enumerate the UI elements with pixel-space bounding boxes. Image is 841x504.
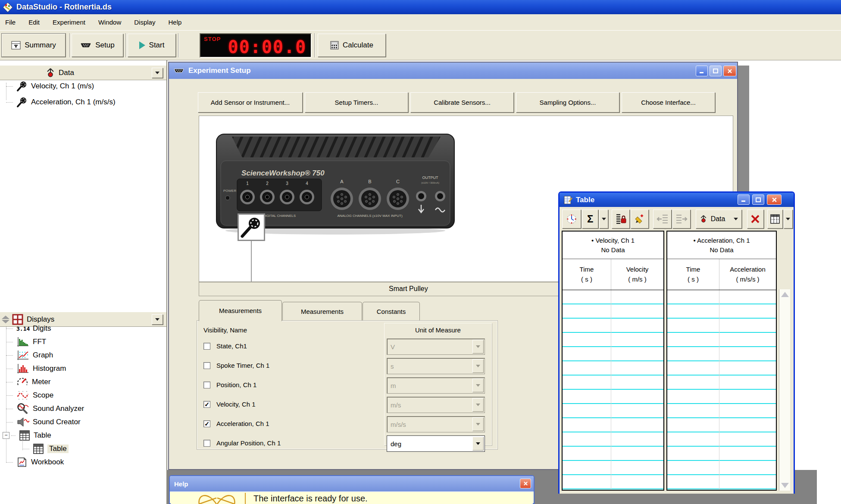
connector-icon bbox=[80, 42, 91, 48]
scroll-up-icon[interactable] bbox=[781, 292, 789, 297]
display-item-table-parent[interactable]: Table bbox=[11, 430, 51, 441]
data-item-velocity[interactable]: Velocity, Ch 1 (m/s) bbox=[6, 81, 94, 92]
display-item-table-child[interactable]: Table bbox=[22, 443, 69, 454]
position-checkbox[interactable] bbox=[203, 382, 210, 388]
display-item-workbook[interactable]: Workbook bbox=[6, 457, 64, 468]
analog-port-b: B bbox=[368, 179, 371, 184]
chevron-down-icon bbox=[155, 72, 159, 74]
edit-data-button[interactable] bbox=[631, 210, 649, 229]
display-item-label: FFT bbox=[33, 338, 46, 346]
start-button[interactable]: Start bbox=[128, 34, 176, 57]
group-header[interactable]: • Acceleration, Ch 1 No Data bbox=[667, 232, 776, 259]
sensor-run-icon bbox=[16, 97, 28, 108]
column-headers: Time( s ) Acceleration( m/s/s ) bbox=[667, 259, 776, 290]
acceleration-column-header[interactable]: Acceleration( m/s/s ) bbox=[719, 259, 776, 290]
angular-position-unit-dropdown[interactable]: deg bbox=[387, 435, 485, 452]
statistics-button[interactable]: Σ bbox=[582, 210, 598, 229]
summary-icon bbox=[11, 41, 21, 50]
table-toolbar: Σ Data bbox=[560, 207, 794, 231]
group-header[interactable]: • Velocity, Ch 1 No Data bbox=[563, 232, 663, 259]
velocity-column-header[interactable]: Velocity( m/s ) bbox=[611, 259, 663, 290]
scope-icon bbox=[16, 390, 29, 401]
lock-icon bbox=[615, 213, 626, 225]
display-item-label-selected: Table bbox=[47, 445, 69, 453]
output-label: OUTPUT bbox=[422, 175, 439, 180]
dropdown-button[interactable] bbox=[472, 437, 484, 451]
state-checkbox[interactable] bbox=[203, 343, 210, 350]
main-toolbar: Summary Setup Start STOP 00:00.0 Calcula… bbox=[0, 31, 841, 60]
display-item-scope[interactable]: Scope bbox=[6, 390, 53, 401]
display-item-sound-analyzer[interactable]: Sound Analyzer bbox=[6, 403, 84, 414]
calibrate-sensors-button[interactable]: Calibrate Sensors... bbox=[410, 92, 514, 113]
sampling-options-button[interactable]: Sampling Options... bbox=[516, 92, 619, 113]
time-format-button[interactable] bbox=[562, 210, 581, 229]
tab-constants[interactable]: Constants bbox=[363, 302, 420, 321]
maximize-button[interactable] bbox=[752, 194, 764, 205]
table-window: Table Σ Data • Velocit bbox=[558, 191, 795, 494]
lock-data-button[interactable] bbox=[612, 210, 630, 229]
add-sensor-button[interactable]: Add Sensor or Instrument... bbox=[198, 92, 303, 113]
calculate-label: Calculate bbox=[343, 41, 373, 50]
menu-help[interactable]: Help bbox=[168, 19, 181, 26]
table-titlebar[interactable]: Table bbox=[560, 193, 794, 207]
spoke-timer-checkbox[interactable] bbox=[203, 362, 210, 369]
delete-button[interactable] bbox=[747, 210, 763, 229]
choose-interface-button[interactable]: Choose Interface... bbox=[622, 92, 715, 113]
display-item-histogram[interactable]: Histogram bbox=[6, 363, 66, 374]
display-item-fft[interactable]: FFT bbox=[6, 336, 46, 347]
close-button[interactable] bbox=[723, 66, 736, 76]
display-item-sound-creator[interactable]: Sound Creator bbox=[6, 416, 81, 428]
menu-display[interactable]: Display bbox=[134, 19, 155, 26]
display-item-digits[interactable]: 3.14 Digits bbox=[6, 323, 51, 334]
scroll-down-icon[interactable] bbox=[781, 483, 789, 488]
splitter-icon[interactable] bbox=[2, 316, 9, 323]
tab-measurements-active[interactable]: Measurements bbox=[199, 300, 282, 321]
calculate-button[interactable]: Calculate bbox=[318, 34, 386, 57]
menu-edit[interactable]: Edit bbox=[28, 19, 40, 26]
display-item-label: Workbook bbox=[31, 458, 64, 466]
displays-panel-dropdown-button[interactable] bbox=[152, 314, 163, 325]
connector-icon bbox=[173, 68, 184, 74]
time-column-header[interactable]: Time( s ) bbox=[667, 259, 719, 290]
minimize-button[interactable] bbox=[738, 194, 750, 205]
velocity-checkbox[interactable]: ✓ bbox=[203, 401, 210, 408]
chevron-down-icon bbox=[476, 345, 480, 348]
time-column-header[interactable]: Time( s ) bbox=[563, 259, 611, 290]
menu-experiment[interactable]: Experiment bbox=[53, 19, 85, 26]
menu-file[interactable]: File bbox=[5, 19, 16, 26]
table-cells[interactable] bbox=[563, 290, 663, 490]
maximize-button[interactable] bbox=[710, 66, 722, 76]
table-layout-button[interactable] bbox=[767, 210, 783, 229]
angular-position-checkbox[interactable] bbox=[203, 440, 210, 447]
close-button[interactable] bbox=[520, 479, 531, 488]
acceleration-checkbox[interactable]: ✓ bbox=[203, 420, 210, 427]
experiment-setup-titlebar[interactable]: Experiment Setup bbox=[169, 63, 737, 79]
toolbar-separator bbox=[178, 33, 179, 57]
data-icon bbox=[700, 214, 707, 224]
data-panel-dropdown-button[interactable] bbox=[152, 68, 163, 78]
statistics-dropdown-button[interactable] bbox=[599, 210, 608, 229]
setup-timers-button[interactable]: Setup Timers... bbox=[305, 92, 408, 113]
summary-button[interactable]: Summary bbox=[2, 34, 66, 57]
table-layout-dropdown-button[interactable] bbox=[784, 210, 793, 229]
tree-collapse-box[interactable]: − bbox=[3, 432, 9, 439]
close-button[interactable] bbox=[767, 194, 782, 205]
analog-jacks[interactable] bbox=[331, 188, 409, 210]
menu-window[interactable]: Window bbox=[98, 19, 121, 26]
display-item-meter[interactable]: Meter bbox=[6, 376, 50, 388]
display-item-graph[interactable]: Graph bbox=[6, 350, 53, 361]
button-label: Sampling Options... bbox=[540, 99, 596, 106]
smart-pulley-sensor-box[interactable] bbox=[238, 213, 265, 241]
minimize-button[interactable] bbox=[696, 66, 708, 76]
experiment-setup-title: Experiment Setup bbox=[188, 66, 251, 75]
menubar: File Edit Experiment Window Display Help bbox=[0, 14, 841, 31]
data-panel-header[interactable]: Data bbox=[0, 65, 166, 80]
data-selector-dropdown[interactable]: Data bbox=[696, 210, 742, 229]
table-cells[interactable] bbox=[667, 290, 776, 490]
clock-icon bbox=[566, 213, 577, 225]
help-titlebar[interactable]: Help bbox=[170, 476, 534, 491]
setup-button[interactable]: Setup bbox=[72, 34, 123, 57]
table-scrollbar[interactable] bbox=[779, 289, 790, 491]
tab-measurements-2[interactable]: Measurements bbox=[282, 302, 362, 321]
data-item-acceleration[interactable]: Acceleration, Ch 1 (m/s/s) bbox=[6, 97, 116, 108]
